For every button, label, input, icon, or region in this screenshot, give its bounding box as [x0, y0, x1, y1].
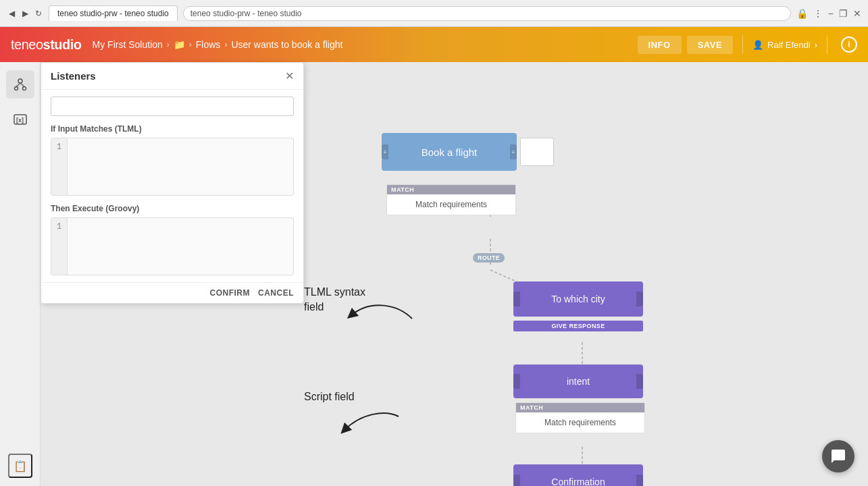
node-left-handle: ≡	[382, 144, 388, 159]
groovy-line-numbers: 1	[51, 218, 68, 275]
match-badge-2: MATCH	[516, 403, 644, 412]
user-name: Raif Efendi	[767, 40, 811, 50]
svg-point-2	[22, 87, 26, 90]
tlml-annotation: TLML syntaxfield	[304, 285, 365, 315]
header-divider	[742, 35, 743, 54]
breadcrumb: My First Solution › 📁 › Flows › User wan…	[93, 39, 638, 50]
match-badge-1: MATCH	[387, 185, 515, 194]
listeners-body: If Input Matches (TLML) 1 Then Execute (…	[41, 90, 303, 282]
breadcrumb-folder[interactable]: 📁	[174, 39, 185, 50]
network-icon	[13, 77, 28, 92]
save-button[interactable]: SAVE	[687, 36, 733, 54]
chat-button[interactable]	[822, 440, 854, 473]
lock-icon: 🔒	[796, 8, 808, 19]
svg-point-1	[14, 87, 18, 90]
script-annotation-text: Script field	[304, 389, 355, 404]
route-badge: ROUTE	[473, 253, 505, 263]
variable-icon: [x]	[13, 112, 28, 127]
user-chevron: ›	[815, 40, 817, 50]
book-a-flight-label: Book a flight	[422, 146, 478, 158]
match-requirements-label-2: Match requirements	[516, 412, 644, 433]
user-info[interactable]: 👤 Raif Efendi ›	[752, 40, 817, 50]
left-sidebar: [x] 📋	[0, 62, 41, 486]
logo-bold: studio	[43, 37, 82, 52]
tlml-line-numbers: 1	[51, 138, 68, 195]
close-icon[interactable]: ✕	[853, 8, 861, 19]
intent-right-handle	[636, 374, 643, 389]
intent-node[interactable]: intent	[513, 364, 643, 398]
intent-left-handle	[513, 374, 520, 389]
to-which-city-node[interactable]: To which city	[513, 281, 643, 317]
to-which-city-label: To which city	[551, 294, 605, 304]
conf-right-handle	[636, 475, 643, 486]
refresh-button[interactable]: ↻	[34, 9, 43, 18]
svg-line-4	[20, 83, 24, 87]
groovy-input[interactable]	[68, 218, 293, 275]
match-requirements-node-2[interactable]: MATCH Match requirements	[515, 402, 645, 433]
variable-icon-button[interactable]: [x]	[6, 105, 34, 134]
confirm-button[interactable]: CONFIRM	[210, 288, 251, 298]
logo-light: teneo	[11, 37, 43, 52]
empty-node[interactable]	[520, 138, 554, 166]
tlml-editor-wrapper: 1	[51, 138, 294, 196]
user-icon: 👤	[752, 40, 763, 50]
minimize-icon[interactable]: −	[828, 8, 834, 19]
listeners-search-input[interactable]	[51, 97, 294, 116]
network-icon-button[interactable]	[6, 70, 34, 99]
chat-icon	[830, 448, 846, 464]
breadcrumb-flows[interactable]: Flows	[196, 39, 221, 50]
groovy-line-number-1: 1	[51, 221, 67, 233]
header-divider-2	[827, 35, 827, 54]
restore-icon[interactable]: ❐	[839, 8, 848, 19]
city-left-handle	[513, 292, 520, 306]
more-icon[interactable]: ⋮	[813, 8, 823, 19]
browser-tab[interactable]: teneo studio-prw - teneo studio	[49, 5, 178, 21]
city-right-handle	[636, 292, 643, 306]
back-button[interactable]: ◀	[7, 9, 16, 18]
svg-point-0	[18, 79, 22, 83]
listeners-footer: CONFIRM CANCEL	[41, 282, 303, 303]
then-execute-label: Then Execute (Groovy)	[51, 204, 294, 213]
confirmation-label: Confirmation	[551, 477, 605, 486]
browser-more[interactable]: 🔒 ⋮ − ❐ ✕	[796, 8, 861, 19]
conf-left-handle	[513, 475, 520, 486]
browser-chrome: ◀ ▶ ↻ teneo studio-prw - teneo studio te…	[0, 0, 868, 27]
logo: teneostudio	[11, 37, 82, 53]
script-annotation: Script field	[304, 389, 355, 404]
listeners-title: Listeners	[51, 70, 96, 82]
groovy-editor-wrapper: 1	[51, 217, 294, 275]
script-arrow	[338, 396, 459, 450]
tlml-input[interactable]	[68, 138, 293, 195]
header: teneostudio My First Solution › 📁 › Flow…	[0, 27, 868, 62]
header-actions: INFO SAVE 👤 Raif Efendi › i	[638, 35, 857, 54]
doc-icon-button[interactable]: 📋	[8, 454, 32, 478]
address-bar[interactable]: teneo studio-prw - teneo studio	[183, 6, 791, 21]
breadcrumb-sep-3: ›	[224, 40, 227, 49]
info-button[interactable]: INFO	[638, 36, 682, 54]
info-circle-button[interactable]: i	[841, 36, 857, 53]
node-right-handle: ≡	[510, 144, 517, 159]
breadcrumb-sep-1: ›	[167, 40, 170, 49]
if-input-label: If Input Matches (TLML)	[51, 124, 294, 134]
tlml-annotation-text: TLML syntaxfield	[304, 285, 365, 315]
forward-button[interactable]: ▶	[20, 9, 30, 18]
breadcrumb-flow-name[interactable]: User wants to book a flight	[231, 39, 342, 50]
breadcrumb-solution[interactable]: My First Solution	[93, 39, 163, 50]
listeners-close-button[interactable]: ✕	[285, 70, 294, 82]
confirmation-node[interactable]: Confirmation	[513, 464, 643, 486]
book-a-flight-node[interactable]: ≡ Book a flight ≡	[382, 133, 517, 171]
give-response-badge: GIVE RESPONSE	[513, 321, 643, 331]
line-number-1: 1	[51, 141, 67, 153]
listeners-panel: Listeners ✕ If Input Matches (TLML) 1 Th…	[41, 62, 304, 304]
browser-controls[interactable]: ◀ ▶ ↻	[7, 9, 43, 18]
listeners-header: Listeners ✕	[41, 63, 303, 90]
svg-text:[x]: [x]	[16, 117, 24, 124]
match-requirements-label-1: Match requirements	[387, 194, 515, 215]
cancel-button[interactable]: CANCEL	[258, 288, 294, 298]
intent-label: intent	[567, 376, 590, 387]
breadcrumb-sep-2: ›	[189, 40, 192, 49]
match-requirements-node-1[interactable]: MATCH Match requirements	[386, 184, 516, 215]
svg-line-3	[16, 83, 20, 87]
main-content: [x] 📋 Listeners ✕ If Input Matches (TLML…	[0, 62, 868, 486]
